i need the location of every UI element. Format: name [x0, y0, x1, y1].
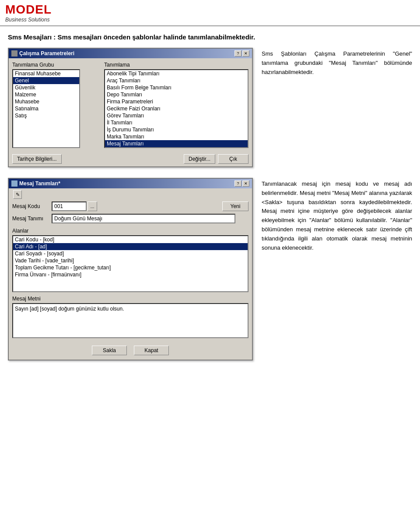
- group-item-genel[interactable]: Genel: [13, 77, 79, 84]
- dialog2-description: Tanımlanacak mesaj için mesaj kodu ve me…: [262, 178, 412, 252]
- dialog2-container: Mesaj Tanımları* ? ✕ ✎ Mesaj Kodu ...: [8, 178, 253, 360]
- tanimlama-grubu-label: Tanımlama Grubu: [12, 62, 101, 68]
- dialog1-close-btn[interactable]: ✕: [242, 50, 249, 57]
- tanimlama-grubu-section: Tanımlama Grubu Finansal Muhasebe Genel …: [12, 62, 101, 148]
- group-item-finansal[interactable]: Finansal Muhasebe: [13, 70, 79, 77]
- mesaj-metni-textarea[interactable]: Sayın [ad] [soyad] doğum gününüz kutlu o…: [12, 303, 248, 338]
- item-mesaj[interactable]: Mesaj Tanımları: [105, 140, 248, 147]
- tanimlama-grubu-list[interactable]: Finansal Muhasebe Genel Güvenlik Malzeme…: [12, 69, 80, 148]
- dialog1-title: Çalışma Parametreleri: [19, 50, 74, 57]
- mesaj-metni-section: Mesaj Metni Sayın [ad] [soyad] doğum gün…: [9, 294, 252, 341]
- dialog1-description: Sms Şablonları Çalışma Parametrelerinin …: [262, 48, 412, 77]
- item-meslek[interactable]: Meslek Tanımları: [105, 147, 248, 148]
- item-firma[interactable]: Firma Parametreleri: [105, 98, 248, 105]
- item-depo[interactable]: Depo Tanımları: [105, 91, 248, 98]
- alanlar-section: Alanlar Cari Kodu - [kod] Cari Adı - [ad…: [9, 226, 252, 294]
- yeni-button[interactable]: Yeni: [222, 201, 248, 211]
- group-item-muhasebe[interactable]: Muhasebe: [13, 98, 79, 105]
- cik-button[interactable]: Çık: [218, 154, 248, 164]
- alanlar-label: Alanlar: [12, 228, 52, 234]
- alan-item-ad[interactable]: Cari Adı - [ad]: [13, 243, 248, 250]
- dialog2-footer: Sakla Kapat: [9, 341, 252, 360]
- tanimlama-label: Tanımlama: [104, 62, 248, 68]
- edit-icon[interactable]: ✎: [13, 190, 22, 199]
- dialog1-footer: Tarihçe Bilgileri... Değiştir... Çık: [9, 152, 252, 166]
- mesaj-tanimi-label: Mesaj Tanımı: [12, 216, 52, 222]
- item-gecikme[interactable]: Gecikme Faizi Oranları: [105, 105, 248, 112]
- group-item-malzeme[interactable]: Malzeme: [13, 91, 79, 98]
- dialog2-help-btn[interactable]: ?: [234, 180, 242, 187]
- item-isdurumu[interactable]: İş Durumu Tanımları: [105, 126, 248, 133]
- group-item-guvenlik[interactable]: Güvenlik: [13, 84, 79, 91]
- dialog2-controls: ? ✕: [234, 180, 249, 187]
- dialog-mesaj-tanimlari: Mesaj Tanımları* ? ✕ ✎ Mesaj Kodu ...: [8, 178, 253, 360]
- dialog2-icon: [11, 180, 18, 187]
- page-title: Sms Mesajları : Sms mesajları önceden şa…: [8, 33, 412, 41]
- listbox-container: Tanımlama Grubu Finansal Muhasebe Genel …: [12, 62, 248, 148]
- dialog2-title: Mesaj Tanımları*: [19, 180, 60, 187]
- dialog1-container: Çalışma Parametreleri ? ✕ Tanımlama Grub…: [8, 48, 253, 167]
- dialog1-titlebar: Çalışma Parametreleri ? ✕: [9, 49, 252, 58]
- mesaj-kodu-browse-btn[interactable]: ...: [88, 201, 97, 211]
- block-1: Çalışma Parametreleri ? ✕ Tanımlama Grub…: [8, 48, 412, 167]
- alan-item-vade[interactable]: Vade Tarihi - [vade_tarihi]: [13, 257, 248, 264]
- mesaj-kodu-row: Mesaj Kodu ... Yeni: [9, 201, 252, 211]
- mesaj-tanimi-input[interactable]: [52, 214, 235, 223]
- item-gorev[interactable]: Görev Tanımları: [105, 112, 248, 119]
- logo-sub: Business Solutions: [5, 17, 415, 23]
- tarihce-button[interactable]: Tarihçe Bilgileri...: [12, 154, 62, 164]
- mesaj-kodu-input[interactable]: [52, 201, 87, 211]
- tanimlama-section: Tanımlama Abonelik Tipi Tanımları Araç T…: [104, 62, 248, 148]
- alanlar-list[interactable]: Cari Kodu - [kod] Cari Adı - [ad] Cari S…: [12, 235, 248, 292]
- dialog-calisma-parametreleri: Çalışma Parametreleri ? ✕ Tanımlama Grub…: [8, 48, 253, 167]
- group-item-satis[interactable]: Satış: [13, 112, 79, 119]
- alan-item-toplam[interactable]: Toplam Gecikme Tutarı - [gecikme_tutarı]: [13, 264, 248, 271]
- item-abonelik[interactable]: Abonelik Tipi Tanımları: [105, 70, 248, 77]
- tanimlama-list[interactable]: Abonelik Tipi Tanımları Araç Tanımları B…: [104, 69, 248, 148]
- dialog1-help-btn[interactable]: ?: [234, 50, 242, 57]
- alan-item-soyad[interactable]: Cari Soyadı - [soyad]: [13, 250, 248, 257]
- dialog1-icon: [11, 50, 18, 57]
- group-item-satinalma[interactable]: Satınalma: [13, 105, 79, 112]
- degistir-button[interactable]: Değiştir...: [184, 154, 215, 164]
- page-content: Sms Mesajları : Sms mesajları önceden şa…: [0, 26, 420, 378]
- header: MODEL Business Solutions: [0, 0, 420, 26]
- block-2: Mesaj Tanımları* ? ✕ ✎ Mesaj Kodu ...: [8, 178, 412, 360]
- alan-item-kod[interactable]: Cari Kodu - [kod]: [13, 236, 248, 243]
- item-arac[interactable]: Araç Tanımları: [105, 77, 248, 84]
- mesaj-kodu-label: Mesaj Kodu: [12, 203, 52, 209]
- logo-model: MODEL: [5, 4, 415, 16]
- item-il[interactable]: İl Tanımları: [105, 119, 248, 126]
- dialog1-body: Tanımlama Grubu Finansal Muhasebe Genel …: [9, 58, 252, 152]
- alan-item-firma[interactable]: Firma Ünvanı - [firmaünvanı]: [13, 271, 248, 278]
- dialog1-controls: ? ✕: [234, 50, 249, 57]
- item-marka[interactable]: Marka Tanımları: [105, 133, 248, 140]
- dialog2-close-btn[interactable]: ✕: [242, 180, 249, 187]
- item-basili[interactable]: Basılı Form Belge Tanımları: [105, 84, 248, 91]
- kapat-button[interactable]: Kapat: [134, 346, 169, 355]
- sakla-button[interactable]: Sakla: [92, 346, 127, 355]
- mesaj-tanimi-row: Mesaj Tanımı: [9, 214, 252, 223]
- dialog2-toolbar: ✎: [9, 188, 252, 201]
- mesaj-metni-label: Mesaj Metni: [12, 296, 52, 302]
- dialog2-titlebar: Mesaj Tanımları* ? ✕: [9, 179, 252, 188]
